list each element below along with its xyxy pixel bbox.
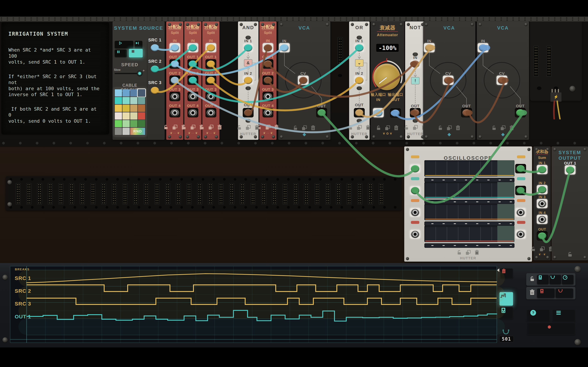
port-out[interactable] — [316, 108, 327, 117]
trash-icon[interactable] — [393, 125, 399, 131]
record-button[interactable] — [527, 323, 575, 335]
lock-icon[interactable] — [567, 251, 573, 258]
cable-colour-swatch[interactable] — [138, 89, 145, 96]
lock-icon[interactable] — [376, 125, 382, 131]
port-out1[interactable] — [206, 59, 216, 69]
trash-icon[interactable] — [455, 125, 461, 131]
port-out[interactable] — [354, 108, 365, 117]
vca-module[interactable]: VCAINCVOUT◆ — [423, 22, 475, 140]
delete-cables-button[interactable] — [555, 288, 573, 298]
port-out2[interactable] — [187, 75, 198, 85]
scope-port-in-3[interactable] — [410, 208, 421, 217]
cable-colour-swatch[interactable] — [122, 128, 130, 135]
lock-icon[interactable] — [456, 250, 462, 256]
attenuator-module[interactable]: 衰减器Attenuator-100%输入端口IN输出端口OUT❦ ✿ ❦ — [371, 22, 404, 140]
port-in[interactable] — [187, 43, 198, 52]
port-in2[interactable] — [537, 185, 548, 194]
scope-timeline-bar[interactable] — [424, 200, 515, 204]
port-in[interactable] — [279, 43, 290, 52]
play-button[interactable] — [115, 41, 133, 48]
lock-icon[interactable] — [199, 124, 205, 130]
trash-icon[interactable] — [217, 124, 223, 130]
copy-icon[interactable] — [265, 124, 271, 130]
stop-button[interactable] — [129, 49, 143, 58]
system-source-module[interactable]: SYSTEM SOURCE SPEED Slow + CABLE COLOUR … — [112, 22, 165, 140]
cable-colour-swatch[interactable] — [122, 97, 130, 104]
module-action-icons[interactable] — [347, 125, 371, 131]
copy-icon[interactable] — [539, 246, 545, 252]
random-colour-button[interactable]: RND — [130, 128, 145, 135]
cable-colour-swatch[interactable] — [130, 112, 137, 119]
module-action-icons[interactable] — [530, 246, 554, 252]
module-action-icons[interactable] — [456, 250, 480, 256]
vca-module[interactable]: VCAINCVOUT◆ — [278, 22, 330, 140]
help-button[interactable]: ? — [527, 309, 550, 322]
cable-colour-swatch[interactable] — [130, 105, 137, 112]
attenuation-knob[interactable] — [373, 64, 400, 90]
or-module[interactable]: ORIN 1⌄IN 2OUTHUTTER — [349, 22, 370, 140]
port-cv[interactable] — [496, 75, 507, 85]
lock-icon[interactable] — [438, 125, 443, 131]
port-out3[interactable] — [262, 92, 273, 101]
port-src2[interactable] — [149, 64, 160, 74]
port-out[interactable] — [390, 108, 401, 118]
module-action-icons[interactable] — [293, 125, 316, 131]
port-in1[interactable] — [537, 165, 548, 174]
module-action-icons[interactable] — [491, 125, 515, 131]
cable-colour-swatch[interactable] — [115, 89, 122, 96]
lock-cables-button[interactable] — [549, 275, 561, 284]
and-module[interactable]: ANDIN 1&IN 2OUTHUTTER — [238, 22, 259, 140]
delete-modules-button[interactable] — [537, 288, 555, 298]
port-in1[interactable] — [243, 43, 254, 52]
port-out2[interactable] — [262, 75, 273, 85]
trash-icon[interactable] — [474, 250, 480, 256]
port-cv[interactable] — [298, 75, 309, 85]
split-module[interactable]: 分配器SplitINOUT 1OUT 2OUT 3OUT 4❦ ··· ❦ — [202, 22, 219, 140]
cable-colour-swatch[interactable] — [122, 112, 130, 119]
port-out3[interactable] — [169, 92, 180, 101]
port-in[interactable] — [169, 43, 180, 52]
cable-colour-swatch[interactable] — [138, 105, 145, 112]
scope-timeline-bar[interactable] — [424, 178, 515, 182]
cable-colour-swatch[interactable] — [138, 120, 145, 127]
port-out2[interactable] — [206, 75, 216, 85]
port-out[interactable] — [461, 108, 472, 117]
copy-icon[interactable] — [208, 124, 214, 130]
collapse-arrow-icon[interactable] — [497, 268, 499, 272]
speed-slider-knob[interactable] — [137, 70, 143, 76]
trace-view-button[interactable] — [499, 292, 513, 306]
lock-icon[interactable] — [491, 125, 497, 131]
trash-icon[interactable] — [365, 125, 371, 131]
port-out[interactable] — [243, 108, 254, 117]
port-in3[interactable] — [537, 199, 548, 208]
scope-port-out-2[interactable] — [515, 186, 526, 195]
cable-colour-swatch[interactable] — [115, 97, 122, 104]
lock-icon[interactable] — [236, 125, 242, 131]
port-out1[interactable] — [262, 59, 273, 69]
copy-icon[interactable] — [301, 125, 307, 131]
copy-icon[interactable] — [500, 125, 506, 131]
trash-icon[interactable] — [509, 125, 515, 131]
scope-port-out-4[interactable] — [515, 229, 526, 239]
port-src3[interactable] — [149, 86, 160, 95]
not-module[interactable]: NOTIN!OUTHUTTER — [405, 22, 426, 140]
cable-colour-swatch[interactable] — [115, 105, 122, 112]
port-out4[interactable] — [187, 108, 198, 117]
scope-timeline-bar[interactable] — [424, 243, 515, 248]
scope-port-in-1[interactable] — [410, 164, 421, 173]
system-output-module[interactable]: SYSTEMOUTPUTOUT 1 — [552, 146, 588, 260]
port-src1[interactable] — [149, 43, 160, 52]
port-out[interactable] — [410, 108, 421, 117]
vca-module[interactable]: VCAINCVOUT◆ — [477, 22, 529, 140]
lock-icon[interactable] — [530, 246, 536, 252]
port-out4[interactable] — [169, 108, 180, 117]
port-out4[interactable] — [206, 108, 216, 117]
module-action-icons[interactable] — [376, 125, 399, 131]
trash-icon[interactable] — [310, 125, 316, 131]
port-out[interactable] — [515, 108, 526, 117]
port-cv[interactable] — [443, 75, 454, 85]
oscilloscope-module[interactable]: OSCILLOSCOPEHUTTER — [404, 146, 532, 262]
copy-icon[interactable] — [356, 125, 362, 131]
scope-port-in-2[interactable] — [410, 186, 421, 195]
lock-icon[interactable] — [404, 125, 409, 131]
